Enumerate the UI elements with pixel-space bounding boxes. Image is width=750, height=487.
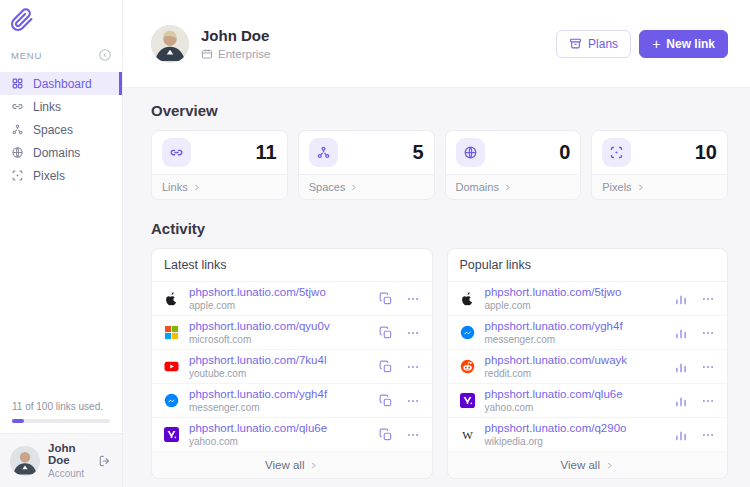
globe-icon xyxy=(11,146,24,159)
link-domain: apple.com xyxy=(189,300,326,311)
link-row: phpshort.lunatio.com/5tjwoapple.com xyxy=(448,282,728,316)
plan-badge: Enterprise xyxy=(201,48,270,60)
view-all-label: View all xyxy=(561,459,600,471)
stat-value: 0 xyxy=(559,141,570,164)
short-link[interactable]: phpshort.lunatio.com/7ku4l xyxy=(189,354,326,366)
new-link-button[interactable]: + New link xyxy=(639,30,728,58)
stat-card-footer-link[interactable]: Spaces xyxy=(299,174,434,199)
sidebar-item-pixels[interactable]: Pixels xyxy=(0,164,122,187)
pixels-icon xyxy=(602,138,631,167)
microsoft-favicon xyxy=(164,325,179,340)
copy-icon[interactable] xyxy=(379,326,393,340)
activity-title: Activity xyxy=(151,220,728,237)
overview-cards: 11 Links 5 Spaces xyxy=(151,130,728,200)
more-options-icon[interactable] xyxy=(406,394,420,408)
collapse-sidebar-icon[interactable] xyxy=(98,48,112,62)
sidebar-nav: Dashboard Links Spaces Domains Pixels xyxy=(0,72,122,187)
sidebar-item-label: Dashboard xyxy=(33,77,92,91)
short-link[interactable]: phpshort.lunatio.com/5tjwo xyxy=(485,286,622,298)
account-footer[interactable]: John Doe Account xyxy=(0,433,122,487)
wikipedia-favicon: W xyxy=(460,427,475,442)
short-link[interactable]: phpshort.lunatio.com/qlu6e xyxy=(485,388,623,400)
chevron-right-icon xyxy=(309,461,318,470)
popular-links-list: phpshort.lunatio.com/5tjwoapple.comphpsh… xyxy=(448,282,728,452)
sidebar-item-label: Spaces xyxy=(33,123,73,137)
account-role: Account xyxy=(48,468,90,479)
account-avatar xyxy=(10,446,40,476)
panel-title: Popular links xyxy=(448,249,728,282)
chevron-right-icon xyxy=(192,183,201,192)
more-options-icon[interactable] xyxy=(701,360,715,374)
copy-icon[interactable] xyxy=(379,394,393,408)
copy-icon[interactable] xyxy=(379,360,393,374)
sidebar-item-links[interactable]: Links xyxy=(0,95,122,118)
sidebar-item-domains[interactable]: Domains xyxy=(0,141,122,164)
stat-card-footer-link[interactable]: Pixels xyxy=(592,174,727,199)
main-area: John Doe Enterprise Plans + New link Ove… xyxy=(123,0,750,487)
apple-favicon xyxy=(460,291,475,306)
more-options-icon[interactable] xyxy=(701,292,715,306)
link-icon xyxy=(11,100,24,113)
stat-card-footer-link[interactable]: Links xyxy=(152,174,287,199)
latest-links-panel: Latest links phpshort.lunatio.com/5tjwoa… xyxy=(151,248,433,479)
app-window: MENU Dashboard Links Spaces Domains xyxy=(0,0,750,487)
copy-icon[interactable] xyxy=(379,428,393,442)
more-options-icon[interactable] xyxy=(406,326,420,340)
stats-icon[interactable] xyxy=(674,292,688,306)
stats-icon[interactable] xyxy=(674,428,688,442)
app-logo[interactable] xyxy=(0,0,122,32)
more-options-icon[interactable] xyxy=(701,326,715,340)
stat-card-pixels: 10 Pixels xyxy=(591,130,728,200)
short-link[interactable]: phpshort.lunatio.com/ygh4f xyxy=(485,320,623,332)
plus-icon: + xyxy=(652,37,660,51)
sidebar-item-dashboard[interactable]: Dashboard xyxy=(0,72,122,95)
youtube-favicon xyxy=(164,359,179,374)
usage-progress-bar xyxy=(12,419,110,423)
pixels-icon xyxy=(11,169,24,182)
sidebar-item-spaces[interactable]: Spaces xyxy=(0,118,122,141)
short-link[interactable]: phpshort.lunatio.com/5tjwo xyxy=(189,286,326,298)
short-link[interactable]: phpshort.lunatio.com/q290o xyxy=(485,422,627,434)
stat-card-footer-link[interactable]: Domains xyxy=(446,174,581,199)
chevron-right-icon xyxy=(636,183,645,192)
dashboard-icon xyxy=(11,77,24,90)
plans-icon xyxy=(569,37,582,50)
stat-label: Spaces xyxy=(309,181,346,193)
more-options-icon[interactable] xyxy=(701,394,715,408)
reddit-favicon xyxy=(460,359,475,374)
content: Overview 11 Links 5 xyxy=(123,88,750,479)
plan-card-icon xyxy=(201,48,213,60)
chevron-right-icon xyxy=(503,183,512,192)
more-options-icon[interactable] xyxy=(406,292,420,306)
link-domain: messenger.com xyxy=(189,402,327,413)
view-all-link[interactable]: View all xyxy=(448,452,728,478)
sidebar-bottom: 11 of 100 links used. John Doe Account xyxy=(0,401,122,487)
link-domain: reddit.com xyxy=(485,368,628,379)
more-options-icon[interactable] xyxy=(406,360,420,374)
yahoo-favicon xyxy=(164,427,179,442)
link-domain: yahoo.com xyxy=(189,436,327,447)
account-name: John Doe xyxy=(48,442,90,466)
stats-icon[interactable] xyxy=(674,360,688,374)
sidebar-item-label: Links xyxy=(33,100,61,114)
copy-icon[interactable] xyxy=(379,292,393,306)
short-link[interactable]: phpshort.lunatio.com/uwayk xyxy=(485,354,628,366)
link-row: Wphpshort.lunatio.com/q290owikipedia.org xyxy=(448,418,728,452)
short-link[interactable]: phpshort.lunatio.com/qyu0v xyxy=(189,320,330,332)
plan-badge-label: Enterprise xyxy=(218,48,270,60)
short-link[interactable]: phpshort.lunatio.com/qlu6e xyxy=(189,422,327,434)
plans-button-label: Plans xyxy=(588,37,618,51)
svg-text:W: W xyxy=(462,429,473,441)
plans-button[interactable]: Plans xyxy=(556,30,631,58)
link-icon xyxy=(162,138,191,167)
overview-title: Overview xyxy=(151,102,728,119)
stat-value: 10 xyxy=(695,141,717,164)
more-options-icon[interactable] xyxy=(406,428,420,442)
menu-label: MENU xyxy=(11,50,42,61)
stats-icon[interactable] xyxy=(674,394,688,408)
view-all-link[interactable]: View all xyxy=(152,452,432,478)
short-link[interactable]: phpshort.lunatio.com/ygh4f xyxy=(189,388,327,400)
stats-icon[interactable] xyxy=(674,326,688,340)
logout-icon[interactable] xyxy=(98,454,112,468)
more-options-icon[interactable] xyxy=(701,428,715,442)
